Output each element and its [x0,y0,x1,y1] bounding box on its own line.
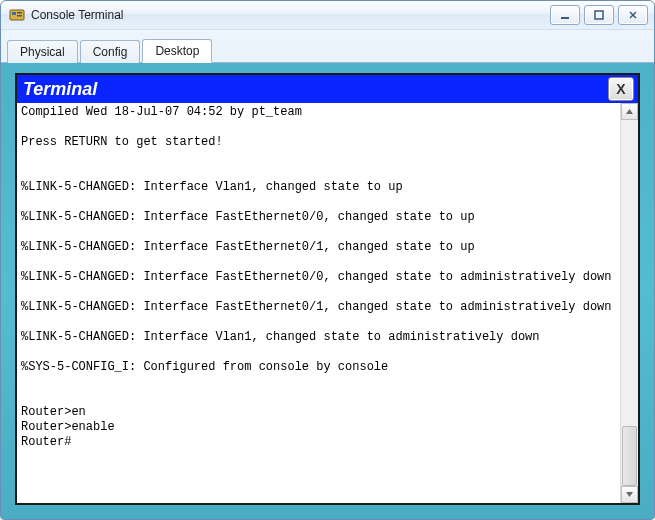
svg-rect-1 [12,12,16,15]
terminal-scrollbar[interactable] [620,103,638,503]
window-title: Console Terminal [31,8,546,22]
terminal-close-button[interactable]: X [608,77,634,101]
scroll-thumb[interactable] [622,426,637,486]
svg-rect-5 [595,11,603,19]
app-icon [9,7,25,23]
svg-marker-9 [626,492,633,497]
svg-rect-2 [17,12,22,14]
window-controls [546,5,648,25]
terminal-title: Terminal [23,79,608,100]
tab-config[interactable]: Config [80,40,141,63]
maximize-button[interactable] [584,5,614,25]
terminal-body-wrap: Compiled Wed 18-Jul-07 04:52 by pt_team … [17,103,638,503]
scroll-track[interactable] [621,120,638,486]
close-button[interactable] [618,5,648,25]
tabbar: Physical Config Desktop [1,30,654,63]
terminal-titlebar[interactable]: Terminal X [17,75,638,103]
terminal-window: Terminal X Compiled Wed 18-Jul-07 04:52 … [15,73,640,505]
tab-desktop[interactable]: Desktop [142,39,212,63]
titlebar[interactable]: Console Terminal [1,1,654,30]
terminal-output[interactable]: Compiled Wed 18-Jul-07 04:52 by pt_team … [17,103,620,503]
scroll-up-button[interactable] [621,103,638,120]
scroll-down-button[interactable] [621,486,638,503]
svg-rect-4 [561,17,569,19]
desktop-area: Terminal X Compiled Wed 18-Jul-07 04:52 … [1,63,654,519]
minimize-button[interactable] [550,5,580,25]
svg-marker-8 [626,109,633,114]
tab-physical[interactable]: Physical [7,40,78,63]
svg-rect-3 [17,15,22,17]
app-window: Console Terminal Physical Config Desktop… [0,0,655,520]
